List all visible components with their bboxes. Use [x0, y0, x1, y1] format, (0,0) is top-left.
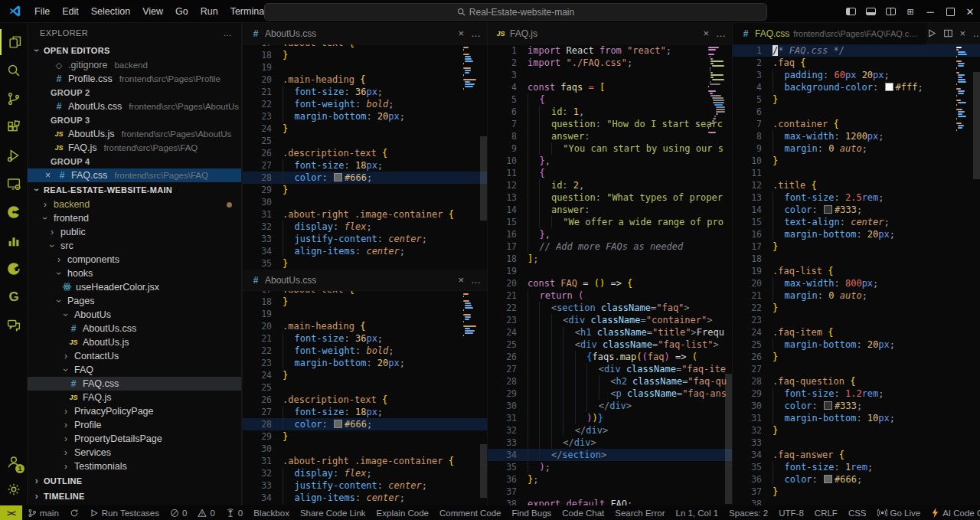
tree-folder-src[interactable]: ›src: [28, 239, 241, 253]
scrollbar-thumb[interactable]: [480, 444, 487, 498]
code-line[interactable]: 23 <div className="container">: [488, 314, 732, 326]
code-line[interactable]: 10}: [733, 155, 980, 167]
minimize-button[interactable]: ─: [920, 0, 940, 23]
code-line[interactable]: 8 max-width: 1200px;: [733, 130, 980, 142]
code-line[interactable]: 25: [243, 381, 487, 394]
code-line[interactable]: 20.main-heading {: [243, 74, 487, 86]
status-item-ln-1-col-1[interactable]: Ln 1, Col 1: [670, 505, 724, 520]
code-line[interactable]: 2.faq {: [733, 57, 980, 69]
code-line[interactable]: 4 background-color: #fff;: [733, 81, 980, 93]
menu-go[interactable]: Go: [169, 4, 194, 19]
code-line[interactable]: 29 font-size: 1.2rem;: [733, 388, 980, 400]
code-line[interactable]: 27: [733, 363, 980, 375]
code-line[interactable]: 17}: [733, 240, 980, 253]
tree-folder-privacypolicypage[interactable]: ›PrivacyPolicyPage: [28, 404, 241, 418]
more-actions-icon[interactable]: …: [471, 274, 481, 286]
code-area[interactable]: 17.about-text {18}1920.main-heading {21 …: [243, 44, 487, 270]
code-line[interactable]: 34 </section>: [488, 449, 732, 461]
minimap[interactable]: [463, 293, 485, 337]
code-line[interactable]: 16 },: [488, 228, 732, 240]
tree-folder-backend[interactable]: ›backend: [28, 198, 241, 211]
code-line[interactable]: 5 {: [488, 93, 732, 106]
code-line[interactable]: 31.about-right .image-container {: [243, 455, 487, 467]
tab-faq.js[interactable]: JSFAQ.js: [488, 23, 545, 44]
code-line[interactable]: 15 text-align: center;: [733, 216, 980, 228]
code-line[interactable]: 19.faq-list {: [733, 265, 980, 277]
customize-layout-icon[interactable]: ⊞: [900, 0, 920, 23]
code-line[interactable]: 3 padding: 60px 20px;: [733, 69, 980, 81]
menu-selection[interactable]: Selection: [85, 4, 136, 19]
code-line[interactable]: 32}: [733, 424, 980, 437]
toggle-sidebar-icon[interactable]: [841, 0, 861, 23]
scrollbar-thumb[interactable]: [725, 374, 732, 504]
code-line[interactable]: 37: [488, 486, 732, 498]
code-line[interactable]: 23 margin-bottom: 20px;: [243, 357, 487, 369]
tree-file-aboutus.js[interactable]: JSAboutUs.js: [28, 335, 241, 349]
color-swatch[interactable]: [824, 475, 832, 483]
status-item-0[interactable]: 0: [220, 505, 248, 520]
more-actions-icon[interactable]: …: [716, 28, 726, 39]
code-line[interactable]: 29}: [243, 184, 487, 196]
tree-folder-frontend[interactable]: ›frontend: [28, 211, 241, 225]
code-line[interactable]: 26 {faqs.map((faq) => (: [488, 351, 732, 363]
settings-icon[interactable]: [0, 476, 28, 502]
code-line[interactable]: 24.faq-item {: [733, 326, 980, 338]
status-item-blackbox[interactable]: Blackbox: [248, 505, 295, 520]
code-line[interactable]: 32 display: flex;: [243, 467, 487, 479]
code-line[interactable]: 23 margin-bottom: 20px;: [243, 110, 487, 123]
code-line[interactable]: 27 font-size: 18px;: [243, 406, 487, 418]
tree-file-useheadercolor.jsx[interactable]: useHeaderColor.jsx: [28, 280, 241, 294]
code-area[interactable]: 1import React from "react";2import "./FA…: [488, 44, 732, 505]
code-line[interactable]: 11 {: [488, 167, 732, 179]
code-line[interactable]: 38: [733, 498, 980, 505]
code-line[interactable]: 27 <div className="faq-ite: [488, 363, 732, 375]
section-timeline[interactable]: ›TIMELINE: [28, 489, 241, 504]
code-line[interactable]: 18}: [243, 296, 487, 308]
code-line[interactable]: 33 justify-content: center;: [243, 479, 487, 492]
files-icon[interactable]: [0, 29, 29, 55]
project-root-header[interactable]: › REAL-ESTATE-WEBSITE-MAIN: [28, 182, 241, 198]
code-line[interactable]: 38export default FAQ;: [488, 498, 732, 505]
close-button[interactable]: ✕: [960, 0, 980, 23]
source-control-icon[interactable]: [0, 86, 28, 112]
close-icon[interactable]: ×: [43, 170, 53, 181]
code-line[interactable]: 21 margin: 0 auto;: [733, 289, 980, 302]
code-line[interactable]: 22 font-weight: bold;: [243, 345, 487, 357]
close-icon[interactable]: ×: [458, 28, 464, 39]
status-item-0[interactable]: 0: [192, 505, 220, 520]
code-line[interactable]: 15 "We offer a wide range of pro: [488, 216, 732, 228]
open-editor-item[interactable]: ◇.gitignorebackend: [28, 58, 241, 72]
scrollbar-thumb[interactable]: [973, 72, 980, 179]
status-item-utf-8[interactable]: UTF-8: [773, 505, 809, 520]
code-line[interactable]: 25 margin-bottom: 20px;: [733, 338, 980, 351]
code-line[interactable]: 21 font-size: 36px;: [243, 86, 487, 98]
status-item-search-error[interactable]: Search Error: [609, 505, 670, 520]
status-item-find-bugs[interactable]: Find Bugs: [507, 505, 557, 520]
close-icon[interactable]: ×: [458, 274, 464, 286]
code-line[interactable]: 7.container {: [733, 118, 980, 130]
code-line[interactable]: 29 <p className="faq-ans: [488, 388, 732, 400]
code-line[interactable]: 34 align-items: center;: [243, 492, 487, 504]
status-item-spaces-2[interactable]: Spaces: 2: [724, 505, 773, 520]
status-item-0[interactable]: 0: [165, 505, 192, 520]
more-actions-icon[interactable]: …: [972, 28, 980, 39]
search-icon[interactable]: [0, 57, 28, 83]
code-line[interactable]: 18}: [243, 49, 487, 61]
code-area[interactable]: 1/* FAQ.css */2.faq {3 padding: 60px 20p…: [733, 44, 980, 505]
code-line[interactable]: 28.faq-question {: [733, 375, 980, 388]
code-line[interactable]: 34.faq-answer {: [733, 449, 980, 461]
code-line[interactable]: 24 <h1 className="title">Frequ: [488, 326, 732, 338]
tab-aboutus.css[interactable]: #AboutUs.css: [243, 270, 324, 291]
code-line[interactable]: 19: [488, 265, 732, 277]
code-line[interactable]: 9 margin: 0 auto;: [733, 142, 980, 155]
menu-file[interactable]: File: [28, 4, 56, 19]
code-line[interactable]: 3: [488, 69, 732, 81]
code-line[interactable]: 13 question: "What types of proper: [488, 191, 732, 204]
code-line[interactable]: 21 font-size: 36px;: [243, 332, 487, 345]
code-line[interactable]: 22 font-weight: bold;: [243, 98, 487, 110]
open-editor-item[interactable]: JSFAQ.jsfrontend\src\Pages\FAQ: [28, 141, 241, 155]
tree-folder-faq[interactable]: ›FAQ: [28, 363, 241, 377]
code-line[interactable]: 24}: [243, 369, 487, 381]
scrollbar-thumb[interactable]: [480, 136, 487, 221]
remote-indicator[interactable]: ><: [0, 505, 22, 520]
